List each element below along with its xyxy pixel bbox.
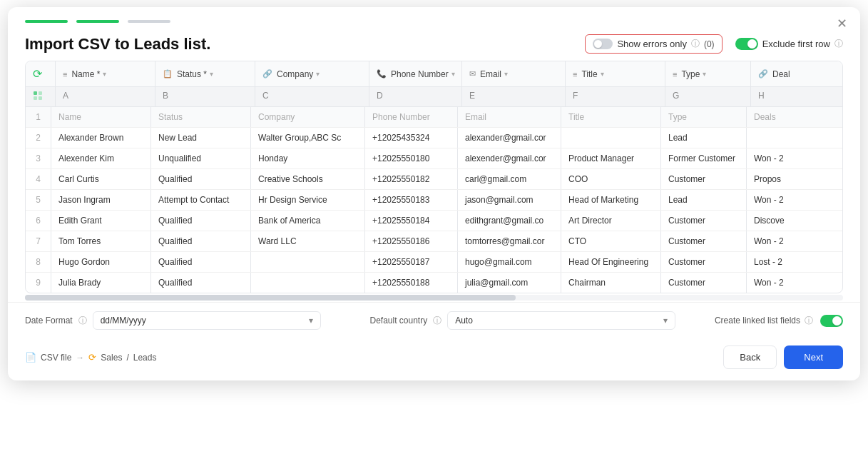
letter-b: B [155, 87, 255, 106]
row7-company: Ward LLC [251, 231, 365, 251]
default-country-label: Default country [369, 316, 427, 326]
col-phone-label: Phone Number [391, 69, 449, 79]
row9-type: Customer [661, 273, 747, 293]
horizontal-scrollbar[interactable] [25, 295, 843, 301]
show-errors-switch[interactable] [593, 39, 613, 49]
row7-title: CTO [561, 231, 661, 251]
row3-status: Unqualified [151, 148, 251, 168]
default-country-field: Default country ⓘ Auto ▾ [369, 311, 700, 330]
row1-status: Status [151, 107, 251, 127]
exclude-first-row-toggle[interactable]: Exclude first row ⓘ [735, 38, 843, 50]
modal-title: Import CSV to Leads list. [25, 35, 210, 54]
col-header-status[interactable]: 📋 Status * ▾ [155, 61, 255, 86]
type-sort-icon: ▾ [703, 70, 706, 78]
data-rows-container: 2Alexander BrownNew LeadWalter Group,ABC… [26, 128, 842, 293]
row6-deal: Discove [747, 211, 818, 231]
row-num-6: 6 [26, 211, 51, 231]
row6-phone: +12025550184 [365, 211, 458, 231]
row6-name: Edith Grant [51, 211, 151, 231]
col-header-deal[interactable]: 🔗 Deal [751, 61, 822, 86]
default-country-value: Auto [455, 316, 473, 326]
name-sort-icon: ▾ [103, 70, 106, 78]
col-email-label: Email [480, 69, 501, 79]
show-errors-knob [594, 40, 602, 48]
table-row: 7Tom TorresQualifiedWard LLC+12025550186… [26, 231, 842, 252]
exclude-first-row-label: Exclude first row [762, 39, 830, 49]
row3-name: Alexender Kim [51, 148, 151, 168]
svg-rect-1 [39, 91, 42, 95]
default-country-arrow: ▾ [663, 316, 668, 326]
row5-status: Attempt to Contact [151, 190, 251, 210]
row-num-7: 7 [26, 231, 51, 251]
show-errors-toggle[interactable]: Show errors only ⓘ (0) [585, 34, 722, 54]
title-col-icon: ≡ [573, 70, 577, 79]
bottom-bar: 📄 CSV file → ⟳ Sales / Leads Back Next [8, 338, 860, 380]
row1-deal: Deals [747, 107, 818, 127]
col-status-label: Status * [177, 69, 207, 79]
table-row: 9Julia BradyQualified+12025550188julia@g… [26, 273, 842, 293]
row8-title: Head Of Engineering [561, 252, 661, 272]
col-title-label: Title [581, 69, 597, 79]
row1-email: Email [458, 107, 561, 127]
title-sort-icon: ▾ [601, 70, 604, 78]
letter-row: A B C D E F G H [26, 87, 842, 107]
status-sort-icon: ▾ [210, 70, 213, 78]
row4-email: carl@gmail.com [458, 169, 561, 189]
row9-phone: +12025550188 [365, 273, 458, 293]
letter-c: C [255, 87, 369, 106]
date-format-info-icon: ⓘ [78, 315, 87, 327]
progress-step-3 [128, 20, 170, 23]
row2-type: Lead [661, 128, 747, 148]
linked-fields-toggle[interactable] [820, 315, 843, 327]
col-header-type[interactable]: ≡ Type ▾ [665, 61, 751, 86]
row2-company: Walter Group,ABC Sc [251, 128, 365, 148]
row3-type: Former Customer [661, 148, 747, 168]
col-header-phone[interactable]: 📞 Phone Number ▾ [369, 61, 462, 86]
row-num-5: 5 [26, 190, 51, 210]
col-header-name[interactable]: ≡ Name * ▾ [56, 61, 155, 86]
col-header-email[interactable]: ✉ Email ▾ [462, 61, 566, 86]
close-button[interactable]: ✕ [837, 17, 847, 30]
default-country-select[interactable]: Auto ▾ [447, 311, 675, 330]
row3-company: Honday [251, 148, 365, 168]
letter-h: H [751, 87, 822, 106]
row2-email: alexander@gmail.cor [458, 128, 561, 148]
col-deal-label: Deal [772, 69, 790, 79]
row5-type: Lead [661, 190, 747, 210]
row-num-3: 3 [26, 148, 51, 168]
svg-rect-2 [34, 96, 37, 100]
show-errors-label: Show errors only [617, 39, 687, 49]
phone-col-icon: 📞 [377, 69, 387, 79]
back-button[interactable]: Back [723, 345, 777, 369]
col-header-refresh[interactable]: ⟳ [26, 61, 56, 86]
import-table: ⟳ ≡ Name * ▾ 📋 Status * ▾ 🔗 Company ▾ 📞 … [25, 61, 843, 293]
row8-email: hugo@gmail.com [458, 252, 561, 272]
row6-title: Art Director [561, 211, 661, 231]
table-row: 8Hugo GordonQualified+12025550187hugo@gm… [26, 252, 842, 273]
row2-title [561, 128, 661, 148]
row4-phone: +12025550182 [365, 169, 458, 189]
progress-step-2 [76, 20, 119, 23]
scrollbar-thumb[interactable] [25, 295, 516, 301]
next-button[interactable]: Next [784, 345, 843, 369]
letter-f: F [566, 87, 665, 106]
row8-status: Qualified [151, 252, 251, 272]
letter-g: G [665, 87, 751, 106]
table-row: 5Jason IngramAttempt to ContactHr Design… [26, 190, 842, 211]
exclude-first-row-switch[interactable] [735, 38, 758, 50]
svg-rect-0 [34, 91, 37, 95]
letter-d: D [369, 87, 462, 106]
phone-sort-icon: ▾ [451, 70, 455, 78]
date-format-field: Date Format ⓘ dd/MM/yyyy ▾ [25, 311, 355, 330]
row7-name: Tom Torres [51, 231, 151, 251]
date-format-select[interactable]: dd/MM/yyyy ▾ [93, 311, 321, 330]
row9-deal: Won - 2 [747, 273, 818, 293]
col-header-title[interactable]: ≡ Title ▾ [566, 61, 665, 86]
row5-title: Head of Marketing [561, 190, 661, 210]
linked-fields-info-icon: ⓘ [805, 315, 813, 327]
row7-deal: Won - 2 [747, 231, 818, 251]
letter-e: E [462, 87, 566, 106]
breadcrumb-leads: Leads [133, 353, 157, 363]
row3-phone: +12025550180 [365, 148, 458, 168]
col-header-company[interactable]: 🔗 Company ▾ [255, 61, 369, 86]
